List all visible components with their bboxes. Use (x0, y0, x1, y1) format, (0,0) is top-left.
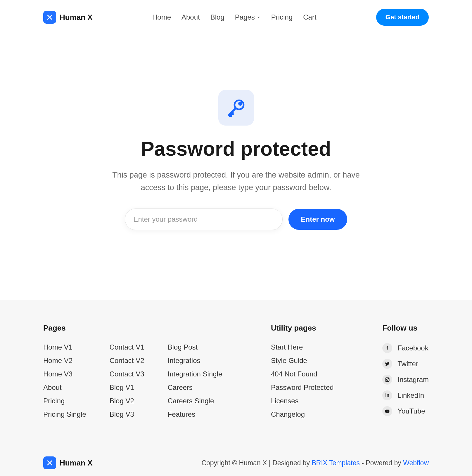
social-instagram[interactable]: Instagram (382, 375, 429, 385)
footer-link-changelog[interactable]: Changelog (271, 410, 334, 418)
nav-blog[interactable]: Blog (210, 13, 224, 21)
footer-pages-section: Pages Home V1 Home V2 Home V3 About Pric… (43, 324, 222, 418)
linkedin-icon: in (382, 390, 392, 400)
footer-pages-col3: Blog Post Integratios Integration Single… (167, 343, 222, 418)
nav-about[interactable]: About (181, 13, 200, 21)
copyright-prefix: Copyright © Human X | Designed by (201, 459, 312, 467)
password-input[interactable] (125, 209, 283, 230)
key-icon (226, 98, 246, 118)
social-twitter-label: Twitter (397, 360, 418, 368)
svg-point-3 (239, 103, 241, 105)
footer-link-careers-single[interactable]: Careers Single (167, 397, 222, 405)
footer-link-home-v2[interactable]: Home V2 (43, 357, 86, 365)
footer-utility-heading: Utility pages (271, 324, 334, 333)
nav-pages-label: Pages (235, 13, 255, 21)
twitter-icon (382, 359, 392, 369)
social-linkedin[interactable]: in LinkedIn (382, 390, 429, 400)
nav-cart[interactable]: Cart (303, 13, 316, 21)
footer-link-blog-post[interactable]: Blog Post (167, 343, 222, 351)
copyright-webflow-link[interactable]: Webflow (403, 459, 429, 467)
footer-logo[interactable]: Human X (43, 456, 93, 469)
footer-link-style-guide[interactable]: Style Guide (271, 357, 334, 365)
footer-logo-icon (43, 456, 56, 469)
chevron-down-icon (257, 15, 261, 19)
footer-link-contact-v1[interactable]: Contact V1 (110, 343, 144, 351)
logo-text: Human X (60, 13, 93, 22)
main-content: Password protected This page is password… (0, 34, 472, 300)
footer-link-careers[interactable]: Careers (167, 383, 222, 392)
footer-link-blog-v3[interactable]: Blog V3 (110, 410, 144, 418)
footer-link-pricing-single[interactable]: Pricing Single (43, 410, 86, 418)
social-youtube[interactable]: YouTube (382, 406, 429, 416)
footer-link-home-v3[interactable]: Home V3 (43, 370, 86, 378)
footer-link-about[interactable]: About (43, 383, 86, 392)
footer-link-features[interactable]: Features (167, 410, 222, 418)
svg-point-6 (388, 378, 389, 379)
footer-link-contact-v2[interactable]: Contact V2 (110, 357, 144, 365)
page-description: This page is password protected. If you … (102, 169, 371, 194)
footer-link-contact-v3[interactable]: Contact V3 (110, 370, 144, 378)
social-linkedin-label: LinkedIn (397, 391, 424, 399)
footer-link-blog-v2[interactable]: Blog V2 (110, 397, 144, 405)
get-started-button[interactable]: Get started (376, 9, 429, 26)
password-form: Enter now (125, 209, 347, 230)
main-nav: Home About Blog Pages Pricing Cart (152, 13, 317, 21)
social-facebook[interactable]: f Facebook (382, 343, 429, 353)
footer: Pages Home V1 Home V2 Home V3 About Pric… (0, 300, 472, 476)
social-instagram-label: Instagram (397, 376, 429, 384)
footer-pages-heading: Pages (43, 324, 222, 333)
copyright-mid: - Powered by (360, 459, 403, 467)
key-icon-container (218, 90, 254, 126)
logo-icon (43, 11, 56, 24)
footer-link-home-v1[interactable]: Home V1 (43, 343, 86, 351)
logo[interactable]: Human X (43, 11, 93, 24)
social-youtube-label: YouTube (397, 407, 425, 415)
footer-link-404[interactable]: 404 Not Found (271, 370, 334, 378)
footer-pages-col2: Contact V1 Contact V2 Contact V3 Blog V1… (110, 343, 144, 418)
page-title: Password protected (141, 137, 331, 160)
nav-home[interactable]: Home (152, 13, 171, 21)
social-list: f Facebook Twitter Instagram in (382, 343, 429, 416)
footer-utility-col: Start Here Style Guide 404 Not Found Pas… (271, 343, 334, 418)
nav-pricing[interactable]: Pricing (271, 13, 293, 21)
footer-link-blog-v1[interactable]: Blog V1 (110, 383, 144, 392)
svg-point-5 (387, 379, 388, 381)
copyright-brix-link[interactable]: BRIX Templates (312, 459, 359, 467)
instagram-icon (382, 375, 392, 385)
footer-columns: Pages Home V1 Home V2 Home V3 About Pric… (43, 324, 429, 418)
footer-link-licenses[interactable]: Licenses (271, 397, 334, 405)
copyright: Copyright © Human X | Designed by BRIX T… (201, 459, 429, 467)
header: Human X Home About Blog Pages Pricing Ca… (0, 0, 472, 34)
footer-logo-text: Human X (60, 458, 93, 468)
footer-utility-section: Utility pages Start Here Style Guide 404… (271, 324, 334, 418)
footer-link-pricing[interactable]: Pricing (43, 397, 86, 405)
footer-follow-section: Follow us f Facebook Twitter Instagram (382, 324, 429, 418)
enter-button[interactable]: Enter now (288, 209, 347, 230)
footer-bottom: Human X Copyright © Human X | Designed b… (43, 448, 429, 469)
footer-pages-col1: Home V1 Home V2 Home V3 About Pricing Pr… (43, 343, 86, 418)
footer-link-start-here[interactable]: Start Here (271, 343, 334, 351)
footer-link-password-protected[interactable]: Password Protected (271, 383, 334, 392)
facebook-icon: f (382, 343, 392, 353)
youtube-icon (382, 406, 392, 416)
footer-link-integration-single[interactable]: Integration Single (167, 370, 222, 378)
footer-pages-grid: Home V1 Home V2 Home V3 About Pricing Pr… (43, 343, 222, 418)
nav-pages[interactable]: Pages (235, 13, 261, 21)
social-facebook-label: Facebook (397, 344, 428, 352)
footer-link-integrations[interactable]: Integratios (167, 357, 222, 365)
social-twitter[interactable]: Twitter (382, 359, 429, 369)
footer-follow-heading: Follow us (382, 324, 429, 333)
